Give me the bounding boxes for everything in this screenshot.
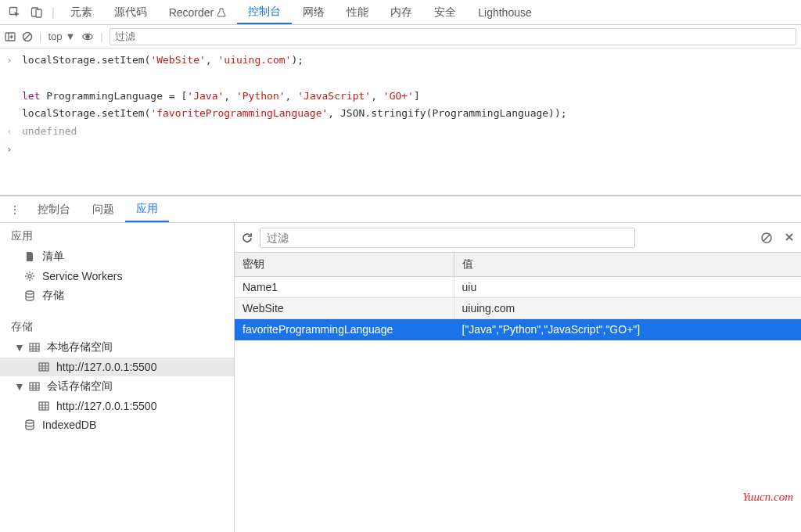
sidebar-item-local-storage[interactable]: ▼ 本地存储空间 — [0, 337, 234, 358]
tab-label: 应用 — [136, 202, 158, 216]
table-icon — [28, 380, 41, 393]
sidebar-section-storage: 存储 — [0, 314, 234, 337]
refresh-icon[interactable] — [241, 232, 253, 244]
prompt-icon: › — [6, 52, 22, 69]
live-expression-icon[interactable] — [81, 31, 94, 43]
storage-table: 密钥 值 Name1 uiu WebSite uiuing.com favori… — [235, 253, 801, 340]
cell-key: WebSite — [235, 298, 454, 319]
content-toolbar — [235, 223, 801, 253]
storage-filter-input[interactable] — [260, 228, 635, 248]
tab-label: Recorder — [169, 6, 214, 19]
sidebar-item-session-storage-origin[interactable]: http://127.0.0.1:5500 — [0, 397, 234, 415]
table-header-row: 密钥 值 — [235, 253, 801, 277]
sidebar-item-local-storage-origin[interactable]: http://127.0.0.1:5500 — [0, 358, 234, 376]
tab-label: Lighthouse — [478, 6, 532, 19]
console-input-line[interactable]: › localStorage.setItem('WebSite', 'uiuin… — [0, 52, 801, 70]
console-code-line: let ProgrammingLanguage = ['Java', 'Pyth… — [0, 88, 801, 106]
table-icon — [38, 361, 50, 373]
tab-console[interactable]: 控制台 — [237, 0, 292, 24]
sidebar-item-label: http://127.0.0.1:5500 — [56, 400, 156, 412]
console-prompt[interactable]: › — [0, 141, 801, 159]
gear-icon — [23, 270, 36, 282]
sidebar-item-indexeddb[interactable]: IndexedDB — [0, 415, 234, 434]
console-result-line: ‹ undefined — [0, 123, 801, 141]
svg-rect-9 — [30, 343, 39, 351]
main-tabs: 元素 源代码 Recorder 控制台 网络 性能 内存 安全 Lighthou… — [59, 0, 543, 24]
drawer-tab-issues[interactable]: 问题 — [81, 196, 125, 222]
tab-elements[interactable]: 元素 — [59, 0, 103, 24]
tab-recorder[interactable]: Recorder — [158, 0, 238, 24]
svg-rect-2 — [36, 9, 41, 17]
watermark: Yuucn.com — [742, 491, 793, 504]
sidebar-item-service-workers[interactable]: Service Workers — [0, 267, 234, 286]
clear-all-icon[interactable] — [760, 232, 773, 244]
svg-point-6 — [86, 35, 89, 38]
cell-value: uiu — [454, 277, 801, 298]
tab-label: 性能 — [347, 5, 368, 20]
tab-memory[interactable]: 内存 — [379, 0, 423, 24]
chevron-down-icon: ▼ — [14, 380, 22, 393]
code-line: localStorage.setItem('favoriteProgrammin… — [22, 106, 567, 122]
chevron-down-icon: ▼ — [14, 341, 22, 354]
application-sidebar: 应用 清单 Service Workers 存储 存储 ▼ 本地存储空间 — [0, 223, 235, 532]
database-icon — [23, 289, 36, 302]
tab-sources[interactable]: 源代码 — [103, 0, 158, 24]
tab-label: 安全 — [434, 5, 456, 20]
svg-rect-10 — [39, 363, 48, 371]
tab-network[interactable]: 网络 — [292, 0, 336, 24]
sidebar-item-manifest[interactable]: 清单 — [0, 246, 234, 267]
context-label: top — [48, 31, 62, 42]
drawer-tab-console[interactable]: 控制台 — [27, 196, 81, 222]
sidebar-item-label: 本地存储空间 — [47, 340, 113, 354]
drawer-panel: ⋮ 控制台 问题 应用 应用 清单 Service Workers 存储 存储 … — [0, 196, 801, 532]
table-row[interactable]: Name1 uiu — [235, 277, 801, 298]
tab-label: 元素 — [70, 5, 92, 20]
inspect-icon[interactable] — [5, 2, 25, 23]
tab-lighthouse[interactable]: Lighthouse — [467, 0, 543, 24]
console-code-line: localStorage.setItem('favoriteProgrammin… — [0, 105, 801, 123]
svg-point-8 — [26, 291, 34, 294]
tab-label: 问题 — [92, 203, 114, 217]
separator: | — [52, 6, 55, 19]
sidebar-item-session-storage[interactable]: ▼ 会话存储空间 — [0, 376, 234, 397]
col-value-header[interactable]: 值 — [454, 253, 801, 277]
console-blank-line — [0, 70, 801, 88]
delete-selected-icon[interactable] — [784, 232, 795, 244]
col-key-header[interactable]: 密钥 — [235, 253, 454, 277]
sidebar-item-storage[interactable]: 存储 — [0, 286, 234, 306]
table-icon — [28, 341, 41, 354]
result-icon: ‹ — [6, 124, 22, 140]
tab-label: 源代码 — [114, 5, 147, 20]
cell-key: favoriteProgrammingLanguage — [235, 319, 454, 340]
context-selector[interactable]: top ▼ — [48, 31, 75, 42]
console-filter-input[interactable] — [110, 28, 796, 45]
chevron-down-icon: ▼ — [65, 31, 75, 42]
database-icon — [23, 419, 36, 431]
application-content: 密钥 值 Name1 uiu WebSite uiuing.com favori… — [235, 223, 801, 532]
device-toggle-icon[interactable] — [27, 2, 47, 23]
kebab-menu-icon[interactable]: ⋮ — [5, 203, 27, 216]
table-row[interactable]: favoriteProgrammingLanguage ["Java","Pyt… — [235, 319, 801, 340]
drawer-tab-application[interactable]: 应用 — [125, 196, 169, 222]
sidebar-item-label: 清单 — [42, 250, 64, 264]
console-output: › localStorage.setItem('WebSite', 'uiuin… — [0, 49, 801, 196]
sidebar-item-label: Service Workers — [42, 270, 122, 282]
tab-label: 控制台 — [38, 203, 70, 217]
toggle-sidebar-icon[interactable] — [5, 31, 16, 42]
undefined-result: undefined — [22, 124, 77, 140]
tab-security[interactable]: 安全 — [423, 0, 467, 24]
separator: | — [39, 31, 41, 42]
table-icon — [38, 400, 50, 412]
table-row[interactable]: WebSite uiuing.com — [235, 298, 801, 319]
sidebar-section-application: 应用 — [0, 223, 234, 246]
cell-value: ["Java","Python","JavaScript","GO+"] — [454, 319, 801, 340]
separator: | — [100, 31, 102, 42]
clear-console-icon[interactable] — [22, 31, 33, 42]
drawer-tabs: ⋮ 控制台 问题 应用 — [0, 196, 801, 223]
svg-point-13 — [26, 420, 34, 423]
cell-value: uiuing.com — [454, 298, 801, 319]
tab-performance[interactable]: 性能 — [336, 0, 379, 24]
svg-rect-12 — [39, 402, 48, 410]
beaker-icon — [217, 8, 226, 17]
console-toolbar: | top ▼ | — [0, 25, 801, 49]
